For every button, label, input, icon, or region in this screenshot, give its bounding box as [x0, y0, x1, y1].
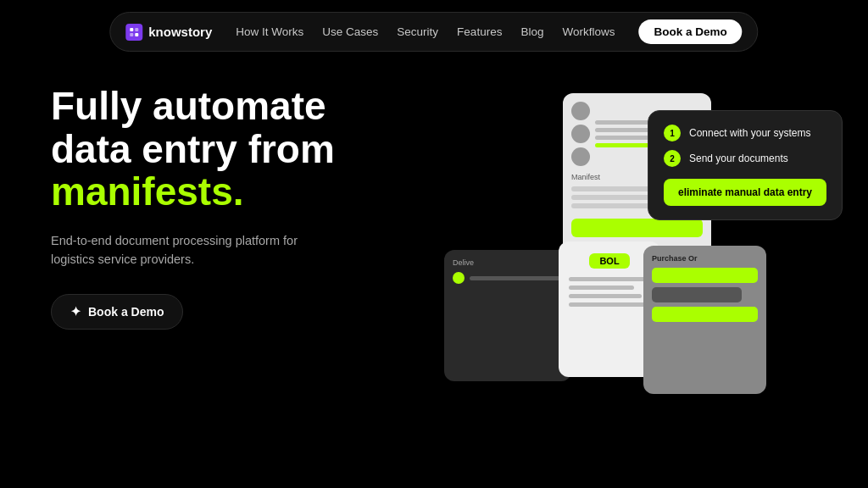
purchase-order-card: Purchase Or	[643, 246, 766, 394]
info-step2-text: Send your documents	[689, 152, 788, 164]
nav-book-demo-button[interactable]: Book a Demo	[638, 19, 742, 44]
hero-book-demo-button[interactable]: ✦ Book a Demo	[51, 294, 183, 330]
delivery-card: Delive	[444, 250, 571, 381]
manifest-circle	[571, 125, 590, 143]
hero-subtitle: End-to-end document processing platform …	[51, 232, 314, 269]
manifest-circle	[571, 147, 590, 166]
nav-how-it-works[interactable]: How It Works	[236, 25, 303, 38]
nav-workflows[interactable]: Workflows	[562, 25, 615, 38]
hero-title: Fully automate data entry from manifests…	[51, 85, 335, 214]
delivery-label: Delive	[444, 250, 571, 272]
logo-text: knowstory	[148, 25, 212, 39]
hero-title-line1: Fully automate	[51, 84, 326, 128]
bol-badge: BOL	[589, 253, 629, 269]
svg-rect-1	[135, 28, 138, 31]
navbar: knowstory How It Works Use Cases Securit…	[109, 12, 758, 52]
svg-rect-0	[130, 28, 133, 31]
nav-security[interactable]: Security	[397, 25, 438, 38]
info-step1-text: Connect with your systems	[689, 127, 810, 139]
info-panel: 1 Connect with your systems 2 Send your …	[648, 110, 843, 220]
manifest-green-bar	[571, 219, 703, 237]
hero-section: Fully automate data entry from manifests…	[51, 85, 335, 330]
nav-blog[interactable]: Blog	[520, 25, 543, 38]
info-cta-button[interactable]: eliminate manual data entry	[664, 179, 826, 206]
logo-icon	[125, 24, 142, 41]
nav-use-cases[interactable]: Use Cases	[322, 25, 378, 38]
hero-cta-label: Book a Demo	[88, 305, 164, 319]
info-step-1: 1 Connect with your systems	[664, 125, 826, 141]
info-step-2: 2 Send your documents	[664, 150, 826, 167]
nav-features[interactable]: Features	[457, 25, 502, 38]
svg-rect-2	[130, 33, 133, 36]
nav-links: How It Works Use Cases Security Features…	[236, 25, 615, 38]
sparkle-icon: ✦	[70, 304, 81, 319]
illustration: Manifest Delive BOL Purchase Or	[427, 76, 843, 432]
po-label: Purchase Or	[643, 246, 766, 268]
svg-rect-3	[135, 33, 138, 36]
logo[interactable]: knowstory	[125, 24, 212, 41]
hero-title-green: manifests.	[51, 169, 244, 214]
manifest-circle	[571, 102, 590, 120]
hero-title-line2: data entry from	[51, 127, 335, 171]
delivery-dot	[453, 272, 465, 284]
